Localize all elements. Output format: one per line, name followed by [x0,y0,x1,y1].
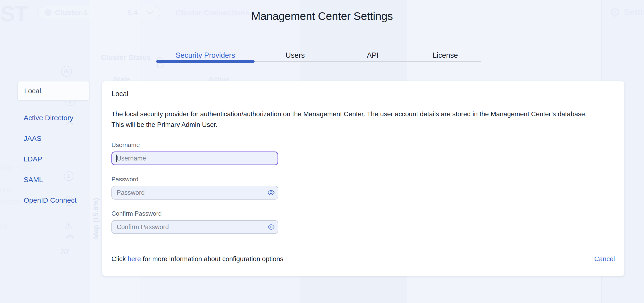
provider-sidebar: Local Active Directory JAAS LDAP SAML Op… [17,81,90,204]
password-input[interactable] [112,186,278,200]
panel-description: The local security provider for authenti… [112,109,587,130]
footer-divider [112,245,615,245]
settings-dialog: Management Center Settings Security Prov… [0,0,644,303]
confirm-password-field-group: Confirm Password [112,210,615,234]
show-confirm-password-button[interactable] [267,223,276,231]
password-field-group: Password [112,176,615,200]
panel-footer: Click here for more information about co… [112,255,615,263]
note-post: for more information about configuration… [141,255,284,262]
tab-api[interactable]: API [336,50,410,61]
here-link[interactable]: here [128,255,141,262]
more-info-note: Click here for more information about co… [112,255,284,263]
settings-tabs: Security Providers Users API License [156,50,481,62]
username-input[interactable] [112,152,278,165]
sidebar-item-openid-connect[interactable]: OpenID Connect [17,196,90,204]
sidebar-item-jaas[interactable]: JAAS [17,134,90,142]
password-label: Password [112,176,615,183]
cancel-button[interactable]: Cancel [594,255,615,263]
sidebar-item-ldap[interactable]: LDAP [17,155,90,163]
page-title: Management Center Settings [0,10,644,23]
tab-license[interactable]: License [410,50,481,61]
eye-icon [267,189,275,196]
sidebar-item-active-directory[interactable]: Active Directory [17,114,90,121]
confirm-password-label: Confirm Password [112,210,615,217]
confirm-password-input[interactable] [112,220,278,234]
panel-heading: Local [112,90,615,98]
sidebar-item-saml[interactable]: SAML [17,176,90,183]
local-provider-panel: Local The local security provider for au… [102,81,624,276]
tab-security-providers[interactable]: Security Providers [156,50,254,61]
eye-icon [267,223,275,231]
settings-overlay: ST Cluster-1 5.4 Cluster Connections ⚙ S… [0,0,644,303]
username-label: Username [112,141,615,148]
note-pre: Click [112,255,128,262]
username-field-group: Username [112,141,615,165]
tab-users[interactable]: Users [254,50,336,61]
show-password-button[interactable] [267,188,276,197]
sidebar-item-local[interactable]: Local [17,81,90,101]
text-caret [116,155,117,162]
